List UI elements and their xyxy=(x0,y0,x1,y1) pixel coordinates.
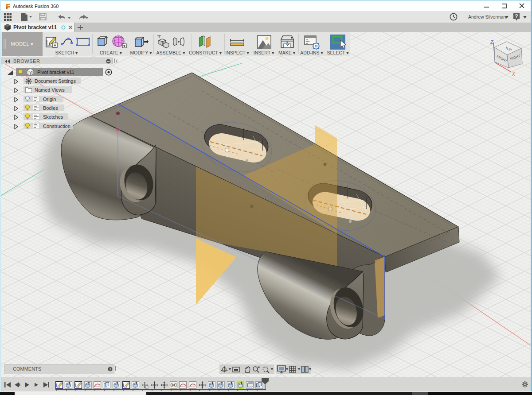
svg-text:?: ? xyxy=(515,13,518,19)
